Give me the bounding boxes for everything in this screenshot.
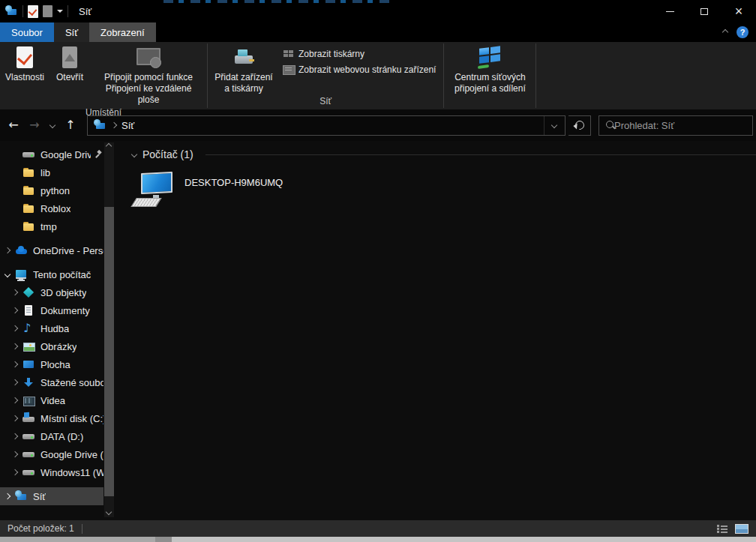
chevron-right-icon[interactable]: [12, 361, 18, 367]
sidebar-item-pictures[interactable]: Obrázky: [0, 337, 104, 355]
3d-objects-icon: [22, 286, 35, 298]
network-center-button[interactable]: Centrum síťových připojení a sdílení: [446, 44, 534, 96]
chevron-right-icon[interactable]: [12, 469, 18, 475]
chevron-right-icon[interactable]: [4, 493, 10, 499]
file-quick-icon[interactable]: [43, 5, 52, 17]
remote-desktop-button[interactable]: Připojit pomocí funkce Připojení ke vzdá…: [92, 44, 206, 107]
network-computer-item[interactable]: DESKTOP-H9M6UMQ: [132, 172, 756, 208]
desktop-edge-strip: [0, 537, 756, 542]
qat-dropdown-icon[interactable]: [57, 10, 63, 13]
sidebar-item-tmp[interactable]: tmp: [0, 217, 104, 235]
sidebar-item-google-drive-h[interactable]: Google Drive (H:): [0, 445, 104, 463]
search-input[interactable]: [614, 120, 746, 131]
desktop-icon: [22, 358, 35, 370]
sidebar-item-downloads[interactable]: Stažené soubory: [0, 373, 104, 391]
open-button[interactable]: Otevřít: [48, 44, 92, 85]
device-webpage-icon: [283, 64, 295, 75]
chevron-right-icon[interactable]: [12, 289, 18, 295]
collapse-group-icon[interactable]: [131, 151, 137, 157]
ribbon-tab-strip: Soubor Síť Zobrazení ?: [0, 22, 756, 42]
up-button[interactable]: ↑: [62, 115, 80, 135]
address-dropdown-button[interactable]: [544, 116, 563, 135]
scrollbar-thumb[interactable]: [104, 207, 114, 496]
sidebar-item-music[interactable]: Hudba: [0, 319, 104, 337]
recent-locations-button[interactable]: [46, 115, 58, 135]
properties-icon: [14, 46, 36, 70]
drive-icon: [22, 148, 35, 160]
sidebar-scrollbar[interactable]: [104, 142, 114, 517]
drive-icon: [22, 430, 35, 442]
chevron-right-icon[interactable]: [12, 343, 18, 349]
sidebar-item-network[interactable]: Síť: [0, 487, 104, 505]
file-explorer-window: Síť Soubor Síť Zobrazení ? Vlastnosti: [0, 0, 756, 542]
view-printers-button[interactable]: Zobrazit tiskárny: [283, 49, 436, 59]
view-device-webpage-button[interactable]: Zobrazit webovou stránku zařízení: [283, 64, 436, 75]
sidebar-item-local-disk-c[interactable]: Místní disk (C:): [0, 409, 104, 427]
search-box: [598, 115, 753, 136]
file-list-pane: Počítač (1) DESKTOP-H9M6UMQ: [120, 141, 756, 520]
drive-icon: [22, 466, 35, 478]
chevron-right-icon[interactable]: [12, 379, 18, 385]
chevron-down-icon: [50, 122, 56, 128]
sidebar-item-python[interactable]: python: [0, 181, 104, 199]
breadcrumb-path[interactable]: Síť: [122, 120, 134, 131]
tab-network[interactable]: Síť: [54, 22, 89, 42]
scroll-down-icon[interactable]: [106, 509, 112, 515]
minimize-icon: [666, 11, 674, 12]
sidebar-item-roblox[interactable]: Roblox: [0, 199, 104, 217]
add-devices-button[interactable]: Přidat zařízení a tiskárny: [209, 44, 278, 96]
chevron-right-icon[interactable]: [12, 433, 18, 439]
group-label-network: Síť: [209, 96, 442, 109]
sidebar-item-videos[interactable]: Videa: [0, 391, 104, 409]
group-header-computer[interactable]: Počítač (1): [132, 148, 756, 160]
address-bar[interactable]: Síť: [87, 115, 566, 136]
videos-icon: [22, 394, 35, 406]
computer-item-label: DESKTOP-H9M6UMQ: [184, 177, 283, 188]
sidebar-item-documents[interactable]: Dokumenty: [0, 301, 104, 319]
remote-desktop-icon: [134, 46, 164, 70]
sidebar-item-lib[interactable]: lib: [0, 163, 104, 181]
chevron-right-icon[interactable]: [12, 397, 18, 403]
status-bar: Počet položek: 1: [0, 520, 756, 537]
minimize-ribbon-icon[interactable]: [722, 29, 728, 35]
details-view-button[interactable]: [717, 524, 728, 533]
chevron-down-icon[interactable]: [4, 271, 10, 277]
breadcrumb-chevron-icon[interactable]: [111, 122, 117, 128]
group-rule: [206, 154, 756, 155]
ribbon-group-network: Přidat zařízení a tiskárny Zobrazit tisk…: [208, 42, 443, 109]
sidebar-item-windows11-w[interactable]: Windows11 (W:): [0, 463, 104, 481]
ribbon: Vlastnosti Otevřít Připojit pomocí funkc…: [0, 42, 756, 109]
tab-file[interactable]: Soubor: [0, 22, 54, 42]
this-pc-icon: [15, 268, 28, 280]
window-title: Síť: [79, 6, 92, 17]
sidebar-item-data-d[interactable]: DATA (D:): [0, 427, 104, 445]
maximize-button[interactable]: [687, 0, 722, 22]
help-icon[interactable]: ?: [736, 26, 748, 38]
properties-quick-icon[interactable]: [28, 5, 38, 18]
chevron-right-icon[interactable]: [4, 247, 10, 253]
computer-icon: [132, 172, 174, 208]
scroll-up-icon[interactable]: [106, 143, 112, 149]
minimize-button[interactable]: [652, 0, 687, 22]
chevron-right-icon[interactable]: [12, 451, 18, 457]
refresh-icon: [573, 119, 586, 132]
chevron-right-icon[interactable]: [12, 325, 18, 331]
sidebar-item-3d-objects[interactable]: 3D objekty: [0, 283, 104, 301]
edge-segment: [0, 537, 155, 542]
chevron-right-icon[interactable]: [12, 415, 18, 421]
divider: [68, 5, 68, 17]
windows-drive-icon: [22, 412, 35, 424]
sidebar-item-this-pc[interactable]: Tento počítač: [0, 265, 104, 283]
close-button[interactable]: [722, 0, 756, 22]
properties-button[interactable]: Vlastnosti: [2, 44, 48, 85]
chevron-right-icon[interactable]: [12, 307, 18, 313]
refresh-button[interactable]: [568, 115, 591, 136]
back-button[interactable]: ←: [4, 115, 22, 135]
sidebar-item-desktop[interactable]: Plocha: [0, 355, 104, 373]
sidebar-item-onedrive[interactable]: OneDrive - Personal: [0, 241, 104, 259]
thumbnail-view-button[interactable]: [735, 524, 748, 534]
tab-view[interactable]: Zobrazení: [89, 22, 156, 42]
sidebar-item-google-drive-pinned[interactable]: Google Drive: [0, 145, 104, 163]
up-arrow-icon: ↑: [65, 119, 75, 131]
forward-button[interactable]: →: [26, 115, 44, 135]
